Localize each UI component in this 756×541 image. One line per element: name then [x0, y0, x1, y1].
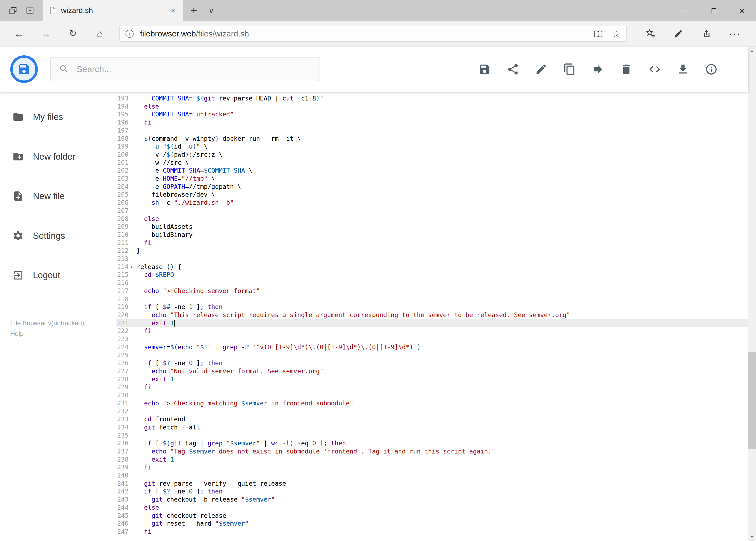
new-tab-button[interactable]: +	[183, 0, 205, 21]
move-button[interactable]	[592, 63, 604, 76]
reading-view-icon[interactable]	[594, 29, 603, 38]
code-line[interactable]: 242 if [ $? -ne 0 ]; then	[116, 487, 748, 496]
add-favorite-star-icon[interactable]: ☆	[613, 28, 621, 39]
more-options-icon[interactable]: ···	[721, 28, 749, 40]
code-line[interactable]: 231 echo "> Checking matching $semver in…	[116, 399, 748, 407]
vertical-scrollbar[interactable]: ▲ ▼	[748, 46, 756, 541]
code-line[interactable]: 214▾release () {	[116, 263, 748, 271]
code-line[interactable]: 204 -e GOPATH=//tmp/gopath \	[116, 183, 748, 191]
sidebar-item-logout[interactable]: Logout	[0, 256, 116, 295]
sidebar-item-my-files[interactable]: My files	[0, 97, 116, 137]
set-tabs-aside-icon[interactable]	[25, 6, 35, 15]
delete-button[interactable]	[620, 63, 632, 76]
code-line[interactable]: 230	[116, 391, 748, 399]
code-line[interactable]: 221 exit 1	[116, 319, 748, 327]
download-button[interactable]	[677, 63, 689, 76]
code-line[interactable]: 206 sh -c "./wizard.sh -b"	[116, 199, 748, 207]
code-line[interactable]: 224 semver=$(echo "$1" | grep -P '^v(0|[…	[116, 343, 748, 351]
code-line[interactable]: 202 -e COMMIT_SHA=$COMMIT_SHA \	[116, 167, 748, 175]
maximize-button[interactable]: □	[700, 0, 728, 21]
code-line[interactable]: 222 fi	[116, 327, 748, 335]
code-line[interactable]: 212}	[116, 247, 748, 255]
scrollbar-thumb[interactable]	[748, 352, 756, 449]
code-line[interactable]: 244 else	[116, 504, 748, 512]
code-line[interactable]: 225	[116, 351, 748, 359]
code-line[interactable]: 217 echo "> Checking semver format"	[116, 287, 748, 295]
back-button[interactable]: ←	[5, 28, 32, 39]
code-view-button[interactable]	[648, 63, 661, 76]
search-input[interactable]: Search...	[50, 57, 320, 81]
code-line[interactable]: 198 $(command -v winpty) docker run --rm…	[116, 135, 748, 143]
help-link[interactable]: Help	[10, 328, 116, 339]
copy-button[interactable]	[563, 63, 576, 76]
code-line[interactable]: 209 buildAssets	[116, 223, 748, 231]
save-button[interactable]	[478, 63, 491, 76]
browser-tab[interactable]: wizard.sh ×	[43, 0, 183, 21]
code-line[interactable]: 246 git reset --hard "$semver"	[116, 520, 748, 528]
home-button[interactable]: ⌂	[86, 28, 114, 39]
code-line[interactable]: 197	[116, 127, 748, 135]
code-line[interactable]: 247 fi	[116, 528, 748, 536]
code-line[interactable]: 233 cd frontend	[116, 415, 748, 423]
share-button[interactable]	[507, 63, 519, 76]
code-line[interactable]: 205 filebrowser/dev \	[116, 191, 748, 199]
code-line[interactable]: 237 echo "Tag $semver does not exist in …	[116, 447, 748, 456]
code-line[interactable]: 232	[116, 407, 748, 415]
code-line[interactable]: 228 exit 1	[116, 375, 748, 383]
code-line[interactable]: 207	[116, 207, 748, 215]
code-line[interactable]: 193 COMMIT_SHA="$(git rev-parse HEAD | c…	[116, 95, 748, 103]
code-line[interactable]: 216	[116, 279, 748, 287]
code-line[interactable]: 219 if [ $# -ne 1 ]; then	[116, 303, 748, 311]
site-info-icon[interactable]: i	[126, 30, 133, 38]
sidebar-item-settings[interactable]: Settings	[0, 216, 116, 256]
line-number: 239	[116, 463, 128, 472]
tab-preview-chevron-icon[interactable]: ∨	[205, 0, 218, 21]
tab-preview-icon[interactable]	[8, 6, 17, 15]
share-page-icon[interactable]	[692, 29, 721, 39]
close-window-button[interactable]: ×	[728, 0, 756, 21]
code-line[interactable]: 194 else	[116, 103, 748, 111]
code-line[interactable]: 210 buildBinary	[116, 231, 748, 239]
code-line[interactable]: 238 exit 1	[116, 456, 748, 464]
code-line[interactable]: 199 -u "$(id -u)" \	[116, 143, 748, 151]
sidebar-item-new-folder[interactable]: New folder	[0, 137, 116, 176]
code-line[interactable]: 235	[116, 432, 748, 440]
code-line[interactable]: 226 if [ $? -ne 0 ]; then	[116, 359, 748, 367]
favorites-hub-icon[interactable]	[636, 29, 664, 39]
code-line[interactable]: 245 git checkout release	[116, 512, 748, 520]
info-button[interactable]	[705, 63, 718, 76]
code-line[interactable]: 240	[116, 472, 748, 480]
sidebar-item-new-file[interactable]: New file	[0, 176, 116, 216]
forward-button[interactable]: →	[32, 28, 59, 39]
code-line[interactable]: 211 fi	[116, 239, 748, 247]
code-line[interactable]: 234 git fetch --all	[116, 423, 748, 432]
code-line[interactable]: 218	[116, 295, 748, 303]
code-line[interactable]: 213	[116, 255, 748, 263]
code-line[interactable]: 227 echo "Not valid semver format. See s…	[116, 367, 748, 375]
fold-marker-icon[interactable]: ▾	[128, 263, 134, 271]
web-note-pen-icon[interactable]	[664, 29, 692, 39]
filebrowser-logo[interactable]	[10, 55, 38, 83]
code-line[interactable]: 239 fi	[116, 463, 748, 472]
code-editor[interactable]: 193 COMMIT_SHA="$(git rev-parse HEAD | c…	[116, 92, 748, 541]
url-field[interactable]: i filebrowser.web/files/wizard.sh ☆	[119, 26, 627, 42]
code-line[interactable]: 203 -e HOME="//tmp" \	[116, 175, 748, 183]
code-line[interactable]: 201 -w //src \	[116, 159, 748, 167]
code-line[interactable]: 220 echo "This release script requires a…	[116, 311, 748, 319]
close-tab-icon[interactable]: ×	[169, 6, 177, 15]
code-line[interactable]: 223	[116, 335, 748, 343]
refresh-button[interactable]: ↻	[59, 28, 86, 39]
scroll-up-arrow-icon[interactable]: ▲	[748, 46, 756, 55]
code-line[interactable]: 215 cd $REPO	[116, 271, 748, 279]
code-line[interactable]: 200 -v /$(pwd):/src:z \	[116, 151, 748, 159]
code-line[interactable]: 195 COMMIT_SHA="untracked"	[116, 111, 748, 119]
code-line[interactable]: 208 else	[116, 215, 748, 223]
scroll-down-arrow-icon[interactable]: ▼	[748, 532, 756, 541]
rename-button[interactable]	[535, 63, 548, 76]
code-line[interactable]: 243 git checkout -b release "$semver"	[116, 496, 748, 504]
code-line[interactable]: 241 git rev-parse --verify --quiet relea…	[116, 480, 748, 488]
code-line[interactable]: 236 if [ $(git tag | grep "$semver" | wc…	[116, 439, 748, 447]
code-line[interactable]: 196 fi	[116, 119, 748, 127]
code-line[interactable]: 229 fi	[116, 383, 748, 391]
minimize-button[interactable]: —	[672, 0, 700, 21]
